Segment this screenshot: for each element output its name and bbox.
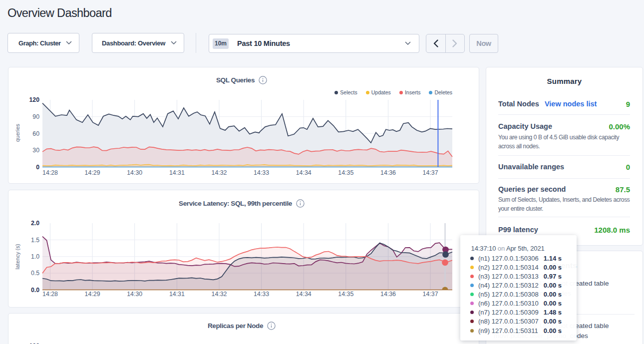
svg-text:14:32: 14:32 [211, 291, 227, 298]
svg-text:0: 0 [36, 164, 39, 171]
svg-text:2.0: 2.0 [31, 220, 39, 227]
svg-text:30: 30 [32, 147, 39, 154]
svg-text:14:35: 14:35 [338, 291, 353, 298]
svg-text:14:37: 14:37 [423, 291, 438, 298]
svg-text:14:31: 14:31 [169, 169, 185, 176]
svg-text:14:36: 14:36 [380, 291, 396, 298]
svg-text:14:30: 14:30 [127, 169, 142, 176]
svg-text:14:28: 14:28 [42, 291, 58, 298]
svg-text:0.5: 0.5 [31, 270, 39, 277]
svg-text:14:29: 14:29 [85, 169, 100, 176]
svg-text:14:30: 14:30 [127, 291, 142, 298]
svg-text:14:37: 14:37 [423, 169, 438, 176]
svg-text:14:33: 14:33 [254, 169, 269, 176]
svg-text:latency (s): latency (s) [14, 244, 20, 270]
svg-text:14:28: 14:28 [42, 169, 58, 176]
svg-text:14:36: 14:36 [380, 169, 396, 176]
svg-text:14:33: 14:33 [254, 291, 269, 298]
svg-text:14:32: 14:32 [211, 169, 227, 176]
svg-text:14:34: 14:34 [296, 169, 312, 176]
svg-text:0.0: 0.0 [31, 287, 39, 294]
svg-text:14:29: 14:29 [85, 291, 100, 298]
svg-text:120: 120 [29, 96, 39, 103]
svg-text:1.5: 1.5 [31, 237, 39, 244]
svg-text:14:34: 14:34 [296, 291, 312, 298]
svg-text:14:35: 14:35 [338, 169, 353, 176]
svg-text:90: 90 [32, 113, 39, 120]
svg-text:1.0: 1.0 [31, 253, 39, 260]
svg-text:queries: queries [14, 123, 20, 142]
svg-text:14:31: 14:31 [169, 291, 185, 298]
svg-text:60: 60 [32, 130, 39, 137]
